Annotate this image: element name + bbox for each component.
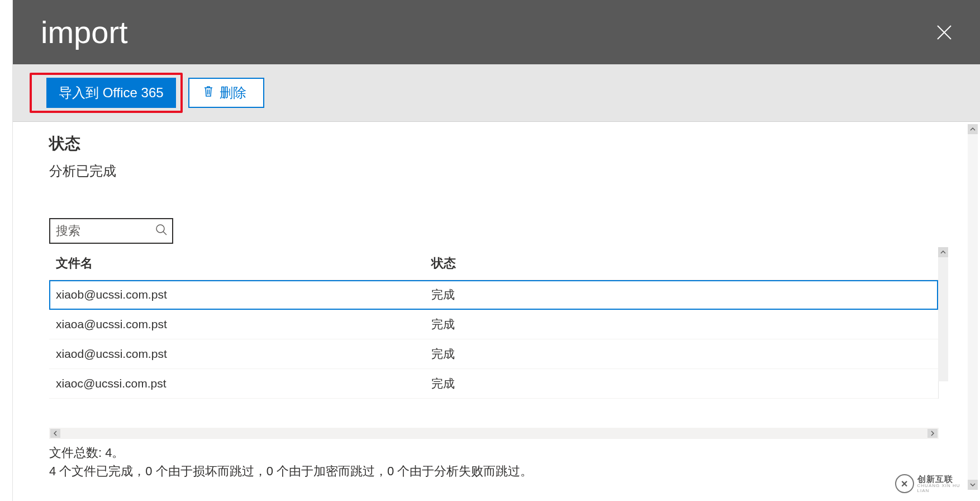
cell-filename: xiaod@ucssi.com.pst (49, 339, 425, 369)
scroll-right-arrow-icon[interactable] (927, 429, 938, 438)
panel-title: import (41, 14, 128, 50)
delete-button-label: 删除 (220, 84, 246, 102)
search-wrap (49, 218, 173, 244)
watermark: ✕ 创新互联 CHUANG XIN HU LIAN (895, 473, 973, 494)
status-text: 分析已完成 (49, 162, 939, 180)
cell-filename: xiaoa@ucssi.com.pst (49, 310, 425, 339)
column-filename[interactable]: 文件名 (49, 247, 425, 280)
column-state[interactable]: 状态 (425, 247, 938, 280)
list-vertical-scrollbar[interactable] (938, 247, 948, 381)
scroll-up-arrow-icon[interactable] (968, 124, 978, 134)
delete-button[interactable]: 删除 (188, 78, 264, 108)
list-horizontal-scrollbar[interactable] (49, 428, 939, 439)
watermark-logo-icon: ✕ (895, 474, 914, 493)
import-panel: import 导入到 Office 365 删除 状态 分析已完成 (12, 0, 980, 501)
cell-filename: xiaoc@ucssi.com.pst (49, 369, 425, 399)
table-row[interactable]: xiaoc@ucssi.com.pst完成 (49, 369, 938, 399)
cell-filename: xiaob@ucssi.com.pst (49, 280, 425, 310)
cell-state: 完成 (425, 339, 938, 369)
close-icon (936, 24, 953, 41)
import-to-office365-button[interactable]: 导入到 Office 365 (46, 78, 176, 108)
panel-header: import (13, 0, 980, 64)
search-input[interactable] (49, 218, 173, 244)
scroll-left-arrow-icon[interactable] (50, 429, 60, 438)
cell-state: 完成 (425, 280, 938, 310)
watermark-text: 创新互联 (917, 475, 973, 483)
summary-total: 文件总数: 4。 (49, 443, 939, 462)
cell-state: 完成 (425, 369, 938, 399)
panel-vertical-scrollbar[interactable] (968, 124, 978, 490)
table-row[interactable]: xiaob@ucssi.com.pst完成 (49, 280, 938, 310)
close-button[interactable] (934, 22, 954, 42)
scroll-up-arrow-icon[interactable] (938, 247, 948, 257)
toolbar: 导入到 Office 365 删除 (13, 64, 980, 122)
summary-detail: 4 个文件已完成，0 个由于损坏而跳过，0 个由于加密而跳过，0 个由于分析失败… (49, 462, 939, 480)
watermark-subtext: CHUANG XIN HU LIAN (917, 483, 973, 493)
status-heading: 状态 (49, 133, 939, 154)
summary: 文件总数: 4。 4 个文件已完成，0 个由于损坏而跳过，0 个由于加密而跳过，… (13, 439, 967, 487)
table-row[interactable]: xiaod@ucssi.com.pst完成 (49, 339, 938, 369)
cell-state: 完成 (425, 310, 938, 339)
file-table: 文件名 状态 xiaob@ucssi.com.pst完成xiaoa@ucssi.… (49, 247, 939, 399)
trash-icon (203, 85, 214, 101)
content-scroll[interactable]: 状态 分析已完成 文件名 状态 xiaob@ucssi.com.pst完成x (13, 122, 967, 501)
table-row[interactable]: xiaoa@ucssi.com.pst完成 (49, 310, 938, 339)
content: 状态 分析已完成 文件名 状态 xiaob@ucssi.com.pst完成x (13, 122, 967, 439)
table-header-row: 文件名 状态 (49, 247, 938, 280)
